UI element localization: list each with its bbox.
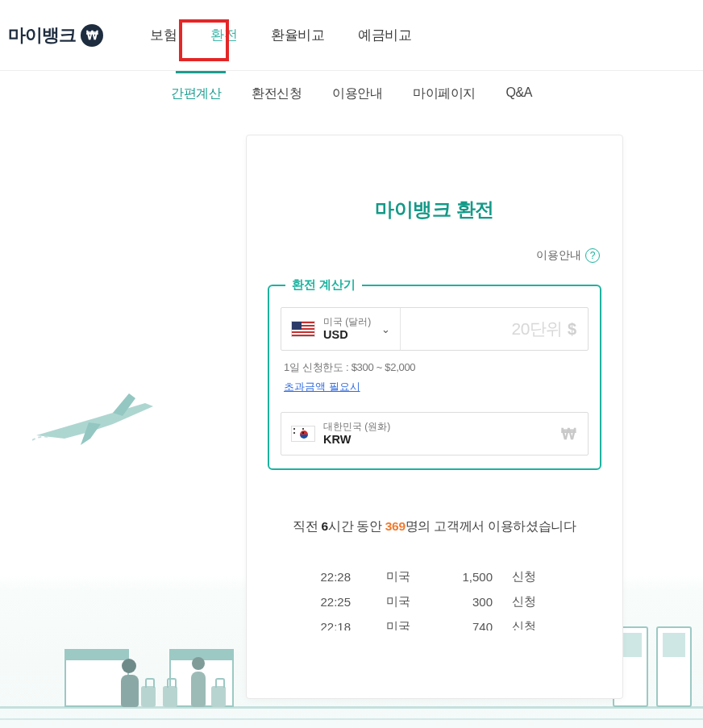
to-currency-selector[interactable]: 대한민국 (원화) KRW <box>281 413 401 455</box>
nav-deposit-compare[interactable]: 예금비교 <box>355 19 414 51</box>
tab-qna[interactable]: Q&A <box>506 85 532 109</box>
tx-amount: 1,500 <box>426 564 499 589</box>
luggage-illustration <box>163 686 177 707</box>
tab-exchange-request[interactable]: 환전신청 <box>252 85 302 109</box>
tx-status: 신청 <box>499 564 564 589</box>
to-currency-row: 대한민국 (원화) KRW ₩ <box>281 412 589 456</box>
main-nav: 보험 환전 환율비교 예금비교 <box>147 19 414 51</box>
airplane-illustration <box>32 387 153 451</box>
card-title: 마이뱅크 환전 <box>247 135 622 255</box>
usage-guide-label: 이용안내 <box>536 248 581 263</box>
us-flag-icon <box>291 321 315 337</box>
person-illustration <box>121 659 137 707</box>
tx-country: 미국 <box>370 614 426 630</box>
calculator-legend: 환전 계산기 <box>285 277 362 293</box>
tx-amount: 300 <box>426 589 499 614</box>
nav-rate-compare[interactable]: 환율비교 <box>268 19 327 51</box>
calculator-fieldset: 환전 계산기 미국 (달러) USD ⌄ $ 1일 신청한도 : $300 ~ … <box>268 277 601 470</box>
kiosk-illustration <box>656 626 692 707</box>
transaction-row: 22:18미국740신청 <box>306 614 564 630</box>
usage-stats: 직전 6시간 동안 369명의 고객께서 이용하셨습니다 <box>247 518 622 535</box>
from-amount-wrapper: $ <box>401 308 588 350</box>
tx-status: 신청 <box>499 589 564 614</box>
over-limit-link[interactable]: 초과금액 필요시 <box>281 380 360 394</box>
to-currency-code: KRW <box>323 433 390 447</box>
floor-line-2 <box>0 718 703 720</box>
won-symbol-icon: ₩ <box>561 425 576 443</box>
to-amount-wrapper: ₩ <box>401 413 588 455</box>
from-amount-input[interactable] <box>412 320 563 339</box>
nav-exchange[interactable]: 환전 <box>207 19 240 51</box>
daily-limit-note: 1일 신청한도 : $300 ~ $2,000 <box>281 360 589 375</box>
brand-name: 마이뱅크 <box>8 23 76 48</box>
counter-illustration <box>64 659 129 707</box>
exchange-card: 마이뱅크 환전 이용안내 ? 환전 계산기 미국 (달러) USD ⌄ $ 1일… <box>246 135 623 699</box>
usage-guide-link[interactable]: 이용안내 ? <box>536 248 600 263</box>
brand-logo[interactable]: 마이뱅크 ₩ <box>8 23 103 48</box>
tab-simple-calc[interactable]: 간편계산 <box>171 85 221 109</box>
from-currency-row: 미국 (달러) USD ⌄ $ <box>281 307 589 351</box>
chevron-down-icon: ⌄ <box>381 323 390 335</box>
transaction-row: 22:28미국1,500신청 <box>306 564 564 589</box>
question-icon: ? <box>585 248 600 263</box>
tx-amount: 740 <box>426 614 499 630</box>
transaction-row: 22:25미국300신청 <box>306 589 564 614</box>
tab-mypage[interactable]: 마이페이지 <box>413 85 476 109</box>
tab-usage-guide[interactable]: 이용안내 <box>332 85 382 109</box>
tx-status: 신청 <box>499 614 564 630</box>
to-country-label: 대한민국 (원화) <box>323 422 390 433</box>
won-icon: ₩ <box>81 24 103 47</box>
nav-insurance[interactable]: 보험 <box>147 19 180 51</box>
from-country-label: 미국 (달러) <box>323 317 371 328</box>
from-currency-selector[interactable]: 미국 (달러) USD ⌄ <box>281 308 401 350</box>
tx-time: 22:28 <box>306 564 370 589</box>
tx-country: 미국 <box>370 589 426 614</box>
luggage-illustration <box>211 686 226 707</box>
tx-time: 22:25 <box>306 589 370 614</box>
transactions-list: 22:28미국1,500신청22:25미국300신청22:18미국740신청22… <box>306 550 564 630</box>
luggage-illustration <box>141 686 156 707</box>
from-currency-code: USD <box>323 328 371 342</box>
tx-country: 미국 <box>370 564 426 589</box>
kr-flag-icon <box>291 426 315 442</box>
sub-nav: 간편계산 환전신청 이용안내 마이페이지 Q&A <box>0 71 703 117</box>
person-illustration <box>190 657 206 707</box>
top-bar: 마이뱅크 ₩ 보험 환전 환율비교 예금비교 <box>0 0 703 71</box>
tx-time: 22:18 <box>306 614 370 630</box>
dollar-icon: $ <box>568 320 576 339</box>
